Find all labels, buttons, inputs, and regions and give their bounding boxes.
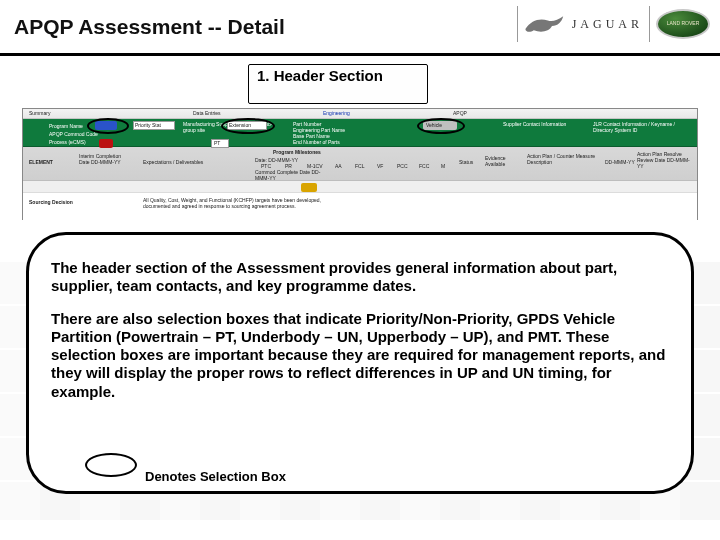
sheet-field-label: Priority Stat: [135, 122, 161, 128]
sheet-col-label: Action Plan Resolve Review Date DD-MMM-Y…: [637, 151, 695, 169]
jaguar-wordmark: JAGUAR: [572, 17, 643, 32]
sheet-tab: Summary: [29, 110, 50, 116]
logo-divider: [517, 6, 518, 42]
brand-logos: JAGUAR LAND ROVER: [517, 6, 710, 42]
topbar: APQP Assessment -- Detail JAGUAR LAND RO…: [0, 0, 720, 56]
callout-label: 1. Header Section: [257, 67, 383, 84]
sheet-col-label: Program Milestones: [273, 149, 321, 155]
sheet-col-label: Expectations / Deliverables: [143, 159, 203, 165]
milestone-col: PCC: [397, 163, 408, 169]
milestone-col: M-1CV: [307, 163, 323, 169]
milestone-col: AA: [335, 163, 342, 169]
milestone-col: FCC: [419, 163, 429, 169]
row-label: Sourcing Decision: [29, 199, 73, 205]
page-title: APQP Assessment -- Detail: [14, 15, 285, 39]
row-note: All Quality, Cost, Weight, and Functiona…: [143, 197, 343, 209]
sheet-col-label: DD-MMM-YY: [605, 159, 635, 165]
selection-oval: [221, 118, 275, 134]
selection-oval: [417, 118, 465, 134]
slide: APQP Assessment -- Detail JAGUAR LAND RO…: [0, 0, 720, 540]
sheet-tab-row: [23, 109, 697, 119]
sheet-tab: Engineering: [323, 110, 350, 116]
sheet-tab: Data Entries: [193, 110, 221, 116]
sheet-col-label: Status: [459, 159, 473, 165]
legend-selection-oval-icon: [85, 453, 137, 477]
sheet-col-label: Evidence Available: [485, 155, 521, 167]
sheet-field-label: End Number of Parts: [293, 139, 340, 145]
assessment-header-screenshot: Summary Data Entries Engineering APQP Pr…: [22, 108, 698, 220]
sheet-tab: APQP: [453, 110, 467, 116]
sheet-col-label: Commod Complete Date DD-MMM-YY: [255, 169, 325, 181]
sheet-field-label: JLR Contact Information / Keyname / Dire…: [593, 121, 693, 133]
callout-header-section: 1. Header Section: [248, 64, 428, 104]
sheet-field-label: Program Name: [49, 123, 83, 129]
milestone-col: VF: [377, 163, 383, 169]
sheet-field-label: PT: [214, 140, 220, 146]
jaguar-leaper-icon: [524, 13, 566, 35]
milestone-col: FCL: [355, 163, 364, 169]
sheet-field-label: APQP Commod Code: [49, 131, 98, 137]
land-rover-badge-icon: LAND ROVER: [656, 9, 710, 39]
explanation-balloon: The header section of the Assessment pro…: [26, 232, 694, 494]
sheet-field-label: Process (eCMS): [49, 139, 86, 145]
milestone-col: PTC: [261, 163, 271, 169]
logo-divider: [649, 6, 650, 42]
process-pill: [99, 139, 113, 148]
balloon-paragraph-1: The header section of the Assessment pro…: [51, 259, 669, 296]
sheet-col-label: ELEMENT: [29, 159, 53, 165]
sheet-field-label: Supplier Contact Information: [503, 121, 566, 127]
balloon-paragraph-2: There are also selection boxes that indi…: [51, 310, 669, 401]
milestone-col: M: [441, 163, 445, 169]
status-chip: [301, 183, 317, 192]
milestone-col: PR: [285, 163, 292, 169]
sheet-body-row: [23, 193, 697, 221]
legend-label: Denotes Selection Box: [145, 470, 315, 485]
land-rover-wordmark: LAND ROVER: [667, 21, 700, 27]
sheet-col-label: Action Plan / Counter Measure Descriptio…: [527, 153, 597, 165]
selection-oval: [87, 118, 129, 134]
sheet-col-label: Interim Completion Date DD-MMM-YY: [79, 153, 125, 165]
sheet-subrow: [23, 181, 697, 193]
